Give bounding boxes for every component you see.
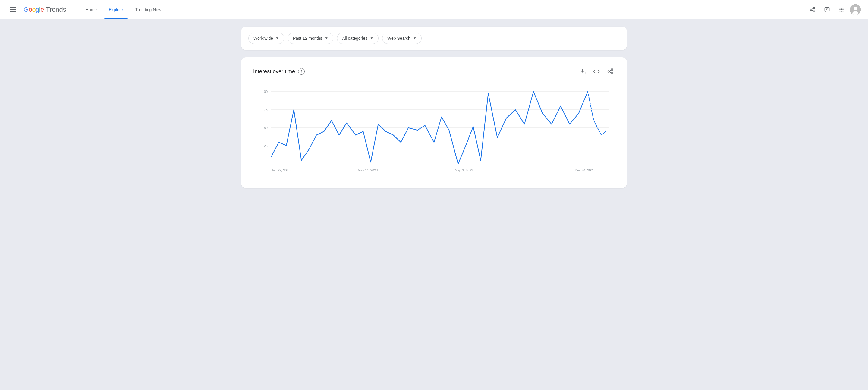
- svg-point-2: [813, 10, 815, 12]
- svg-line-3: [812, 10, 813, 11]
- nav-explore[interactable]: Explore: [104, 0, 128, 19]
- chart-title-area: Interest over time ?: [253, 68, 305, 75]
- chart-title: Interest over time: [253, 68, 295, 75]
- help-icon[interactable]: ?: [298, 68, 305, 75]
- filters-bar: Worldwide ▼ Past 12 months ▼ All categor…: [241, 27, 627, 50]
- chevron-down-icon: ▼: [276, 36, 279, 40]
- header-left: Google Trends Home Explore Trending Now: [7, 0, 807, 19]
- location-filter-label: Worldwide: [253, 36, 273, 41]
- chart-actions: [578, 67, 615, 76]
- time-range-filter[interactable]: Past 12 months ▼: [288, 33, 333, 44]
- embed-icon: [593, 68, 600, 75]
- svg-point-0: [813, 7, 815, 8]
- avatar[interactable]: [850, 4, 861, 15]
- apps-button[interactable]: [835, 4, 847, 16]
- menu-icon[interactable]: [7, 5, 19, 14]
- nav-home[interactable]: Home: [81, 0, 101, 19]
- nav-trending-now[interactable]: Trending Now: [130, 0, 166, 19]
- location-filter[interactable]: Worldwide ▼: [248, 33, 284, 44]
- search-type-filter[interactable]: Web Search ▼: [382, 33, 422, 44]
- svg-point-16: [841, 10, 842, 11]
- svg-point-12: [839, 9, 840, 10]
- svg-point-19: [854, 7, 857, 10]
- svg-point-11: [842, 7, 843, 8]
- svg-point-13: [841, 9, 842, 10]
- chart-line-dotted: [588, 92, 606, 135]
- main-nav: Home Explore Trending Now: [81, 0, 166, 19]
- x-label-jan: Jan 22, 2023: [271, 169, 290, 172]
- y-label-25: 25: [264, 144, 268, 148]
- embed-button[interactable]: [592, 67, 601, 76]
- svg-point-10: [841, 7, 842, 8]
- svg-point-14: [842, 9, 843, 10]
- svg-point-1: [810, 9, 812, 10]
- download-button[interactable]: [578, 67, 587, 76]
- logo-google: Google: [24, 6, 44, 13]
- time-range-filter-label: Past 12 months: [293, 36, 322, 41]
- chevron-down-icon: ▼: [413, 36, 416, 40]
- header: Google Trends Home Explore Trending Now: [0, 0, 868, 19]
- y-label-100: 100: [262, 90, 268, 93]
- y-label-50: 50: [264, 126, 268, 129]
- search-type-filter-label: Web Search: [387, 36, 410, 41]
- x-label-sep: Sep 3, 2023: [455, 169, 473, 172]
- feedback-icon: [824, 7, 830, 13]
- categories-filter[interactable]: All categories ▼: [337, 33, 378, 44]
- share-button[interactable]: [807, 4, 818, 16]
- chart-section: Interest over time ?: [241, 57, 627, 188]
- svg-point-15: [839, 10, 840, 11]
- main-content: Worldwide ▼ Past 12 months ▼ All categor…: [217, 19, 651, 203]
- svg-point-17: [842, 10, 843, 11]
- chart-header: Interest over time ?: [253, 67, 615, 76]
- svg-point-22: [611, 69, 613, 70]
- share-chart-button[interactable]: [606, 67, 615, 76]
- categories-filter-label: All categories: [342, 36, 367, 41]
- svg-line-26: [610, 70, 611, 71]
- chevron-down-icon: ▼: [324, 36, 328, 40]
- share-icon: [809, 7, 815, 13]
- apps-icon: [838, 7, 844, 13]
- svg-rect-5: [825, 7, 830, 11]
- svg-line-25: [610, 72, 611, 73]
- y-label-75: 75: [264, 108, 268, 112]
- logo-trends-text: Trends: [46, 6, 66, 13]
- x-label-may: May 14, 2023: [358, 169, 378, 172]
- svg-line-4: [812, 8, 813, 9]
- header-right: [807, 4, 861, 16]
- download-icon: [579, 68, 586, 75]
- chart-svg: 100 75 50 25 Jan 22, 2023 May 14, 2023 S…: [253, 86, 615, 176]
- share-chart-icon: [607, 68, 614, 75]
- svg-point-23: [608, 70, 610, 72]
- svg-point-24: [611, 72, 613, 74]
- chart-area: 100 75 50 25 Jan 22, 2023 May 14, 2023 S…: [253, 86, 615, 176]
- x-label-dec: Dec 24, 2023: [575, 169, 594, 172]
- feedback-button[interactable]: [821, 4, 833, 16]
- svg-point-9: [839, 7, 840, 8]
- chevron-down-icon: ▼: [370, 36, 373, 40]
- logo[interactable]: Google Trends: [24, 6, 66, 13]
